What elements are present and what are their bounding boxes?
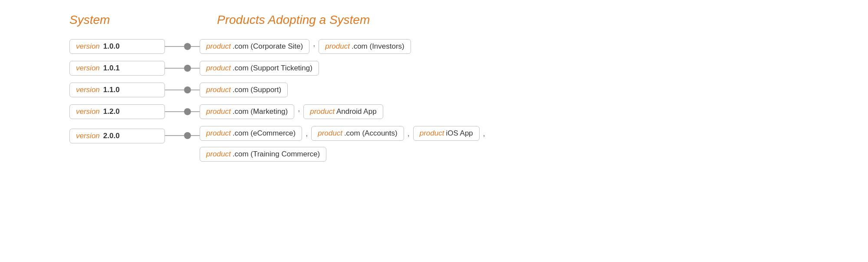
product-item: product .com (Support Ticketing): [200, 61, 319, 76]
table-row: version 1.2.0 product .com (Marketing) ,: [69, 104, 868, 119]
product-label: product: [206, 64, 231, 73]
version-label: version: [76, 64, 100, 73]
version-number: 1.0.1: [103, 64, 120, 73]
version-number: 2.0.0: [103, 132, 120, 140]
version-box-3: version 1.1.0: [69, 83, 165, 97]
product-name: Android App: [336, 107, 377, 116]
connector-line: [165, 135, 184, 136]
rows-container: version 1.0.0 product .com (Corporate Si…: [69, 39, 868, 169]
product-item: product .com (Accounts): [311, 126, 404, 141]
product-item: product Android App: [303, 104, 383, 119]
connector-line: [165, 111, 184, 112]
connector-line: [165, 90, 184, 90]
connector-line: [165, 68, 184, 69]
version-box-4: version 1.2.0: [69, 104, 165, 119]
product-label: product: [318, 129, 342, 138]
products-group: product .com (Support): [200, 83, 288, 97]
product-name: .com (Investors): [352, 42, 404, 51]
product-item: product .com (Marketing): [200, 104, 294, 119]
version-number: 1.0.0: [103, 42, 120, 51]
separator: ,: [483, 129, 485, 138]
version-box-1: version 1.0.0: [69, 39, 165, 54]
table-row: version 1.0.0 product .com (Corporate Si…: [69, 39, 868, 54]
product-name: .com (Corporate Site): [233, 42, 303, 51]
version-number: 1.2.0: [103, 107, 120, 116]
product-label: product: [206, 150, 231, 159]
product-box: product .com (Marketing): [200, 104, 294, 119]
product-label: product: [206, 129, 231, 138]
product-name: iOS App: [446, 129, 473, 138]
connector-dot: [184, 108, 191, 115]
connector-dot: [184, 65, 191, 72]
separator: ,: [298, 104, 300, 113]
separator: ,: [313, 39, 315, 48]
connector-dot: [184, 86, 191, 93]
product-label: product: [325, 42, 350, 51]
version-number: 1.1.0: [103, 86, 120, 94]
connector-line-after: [191, 111, 200, 112]
product-label: product: [206, 42, 231, 51]
products-group: product .com (Corporate Site) , product …: [200, 39, 411, 54]
products-line-1: product .com (eCommerce) , product .com …: [200, 126, 489, 141]
connector: [165, 86, 200, 93]
version-box-5: version 2.0.0: [69, 129, 165, 143]
connector: [165, 43, 200, 50]
version-label: version: [76, 132, 100, 140]
connector-line: [165, 46, 184, 47]
connector-line-after: [191, 46, 200, 47]
header-products: Products Adopting a System: [217, 13, 370, 27]
connector-line-after: [191, 68, 200, 69]
product-name: .com (eCommerce): [233, 129, 296, 138]
table-row: version 1.0.1 product .com (Support Tick…: [69, 61, 868, 76]
product-item: product .com (eCommerce): [200, 126, 302, 141]
product-item: product .com (Support): [200, 83, 288, 97]
version-box-2: version 1.0.1: [69, 61, 165, 76]
page-container: System Products Adopting a System versio…: [0, 0, 868, 262]
version-label: version: [76, 107, 100, 116]
connector-dot: [184, 43, 191, 50]
product-label: product: [206, 107, 231, 116]
product-box: product .com (Accounts): [311, 126, 404, 141]
product-item: product .com (Investors): [319, 39, 411, 54]
separator: ,: [408, 129, 410, 138]
product-label: product: [206, 86, 231, 94]
products-group: product .com (Support Ticketing): [200, 61, 319, 76]
product-box: product Android App: [303, 104, 383, 119]
separator: ,: [306, 129, 308, 138]
product-item: product iOS App: [413, 126, 480, 141]
products-group: product .com (Marketing) , product Andro…: [200, 104, 383, 119]
table-row: version 2.0.0 product .com (eCommerce): [69, 126, 868, 162]
product-item: product .com (Corporate Site): [200, 39, 309, 54]
product-name: .com (Training Commerce): [233, 150, 320, 159]
headers: System Products Adopting a System: [69, 13, 868, 27]
product-box: product .com (Investors): [319, 39, 411, 54]
table-row: version 1.1.0 product .com (Support): [69, 83, 868, 97]
product-item: product .com (Training Commerce): [200, 147, 326, 162]
product-name: .com (Accounts): [344, 129, 398, 138]
connector-dot: [184, 132, 191, 139]
connector-line-after: [191, 90, 200, 90]
products-multiline: product .com (eCommerce) , product .com …: [200, 126, 489, 162]
product-box: product .com (Training Commerce): [200, 147, 326, 162]
product-label: product: [310, 107, 335, 116]
connector: [165, 65, 200, 72]
product-name: .com (Support Ticketing): [233, 64, 312, 73]
product-name: .com (Marketing): [233, 107, 288, 116]
header-system: System: [69, 13, 217, 27]
connector: [165, 132, 200, 139]
version-label: version: [76, 86, 100, 94]
version-label: version: [76, 42, 100, 51]
product-name: .com (Support): [233, 86, 281, 94]
product-box: product .com (eCommerce): [200, 126, 302, 141]
product-box: product .com (Corporate Site): [200, 39, 309, 54]
product-box: product iOS App: [413, 126, 480, 141]
product-label: product: [420, 129, 444, 138]
connector: [165, 108, 200, 115]
product-box: product .com (Support): [200, 83, 288, 97]
products-line-2: product .com (Training Commerce): [200, 147, 489, 162]
product-box: product .com (Support Ticketing): [200, 61, 319, 76]
connector-line-after: [191, 135, 200, 136]
